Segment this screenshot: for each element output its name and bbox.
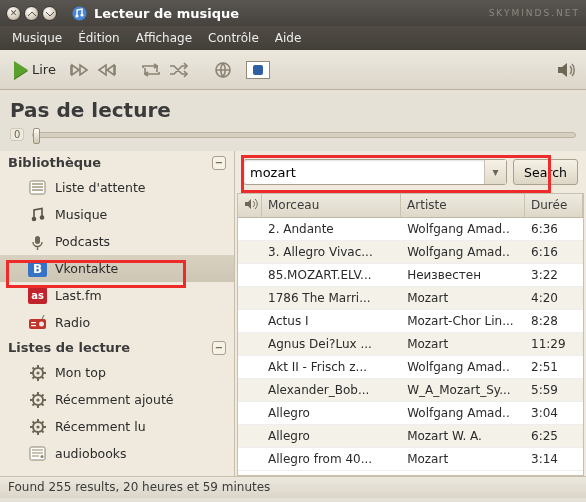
window-controls: ✕ [6,6,57,21]
cell-artist: Wolfgang Amad.. [401,241,525,263]
close-icon[interactable]: ✕ [6,6,21,21]
col-duration[interactable]: Durée [525,194,583,217]
nowplaying-title: Pas de lecture [10,98,576,122]
cell-playing [238,379,262,401]
sidebar-playlist-recent-added[interactable]: Récemment ajouté [0,386,234,413]
cell-playing [238,333,262,355]
table-row[interactable]: 2. AndanteWolfgang Amad..6:36 [238,218,583,241]
window-title: Lecteur de musique [94,6,239,21]
sidebar-playlist-recent-played[interactable]: Récemment lu [0,413,234,440]
library-header-label: Bibliothèque [8,155,101,170]
table-row[interactable]: Akt II - Frisch z...Wolfgang Amad..2:51 [238,356,583,379]
table-header: Morceau Artiste Durée [238,194,583,218]
svg-point-8 [32,216,37,221]
cell-artist: Mozart [401,287,525,309]
cell-track: Allegro [262,425,401,447]
seek-row: 0 [0,124,586,151]
svg-rect-6 [32,186,43,188]
gear-icon [28,418,47,435]
lastfm-icon: as [28,287,47,304]
svg-point-2 [80,13,83,16]
sidebar-playlist-montop[interactable]: Mon top [0,359,234,386]
cell-artist: Wolfgang Amad.. [401,218,525,240]
search-field[interactable]: ▾ [243,159,507,185]
playlists-collapse-icon[interactable]: − [212,341,226,355]
sidebar-item-music[interactable]: Musique [0,201,234,228]
gear-icon [28,364,47,381]
playlists-header: Listes de lecture − [0,336,234,359]
sidebar-item-label: Musique [55,207,107,222]
cell-artist: Mozart [401,333,525,355]
visualizer-button[interactable] [240,58,276,82]
seek-time: 0 [10,128,24,141]
maximize-icon[interactable] [42,6,57,21]
queue-icon [28,179,47,196]
cell-artist: Wolfgang Amad.. [401,356,525,378]
cell-duration: 5:59 [525,379,583,401]
cell-track: Agnus Dei?Lux ... [262,333,401,355]
svg-point-22 [41,455,44,458]
menu-music[interactable]: Musique [6,28,68,48]
search-bar: ▾ Search [235,151,586,193]
table-row[interactable]: AllegroWolfgang Amad..3:04 [238,402,583,425]
cell-duration: 11:29 [525,333,583,355]
previous-button[interactable] [68,61,90,79]
sidebar-item-label: Vkontakte [55,261,118,276]
search-button[interactable]: Search [513,159,578,185]
seek-slider[interactable] [32,132,576,138]
next-button[interactable] [96,61,118,79]
cell-track: Akt II - Frisch z... [262,356,401,378]
menu-view[interactable]: Affichage [130,28,198,48]
sidebar-item-vkontakte[interactable]: B Vkontakte [0,255,234,282]
svg-point-12 [39,322,44,327]
music-icon [28,206,47,223]
svg-point-1 [75,14,78,17]
sidebar-item-radio[interactable]: Radio [0,309,234,336]
table-row[interactable]: Actus IMozart-Chor Lin...8:28 [238,310,583,333]
table-row[interactable]: 85.MOZART.ELV...Неизвестен3:22 [238,264,583,287]
repeat-button[interactable] [140,61,162,79]
cell-track: Actus I [262,310,401,332]
volume-button[interactable] [556,61,578,79]
combo-arrow-icon[interactable]: ▾ [484,160,506,184]
sidebar-playlist-audiobooks[interactable]: audiobooks [0,440,234,467]
cell-duration: 2:51 [525,356,583,378]
status-text: Found 255 results, 20 heures et 59 minut… [8,480,270,494]
shuffle-button[interactable] [168,61,190,79]
sidebar: Bibliothèque − Liste d'attente Musique P… [0,151,235,476]
table-row[interactable]: 3. Allegro Vivac...Wolfgang Amad..6:16 [238,241,583,264]
table-row[interactable]: Alexander_Bob...W_A_Mozart_Sy...5:59 [238,379,583,402]
menu-control[interactable]: Contrôle [202,28,265,48]
nowplaying-area: Pas de lecture [0,90,586,124]
menu-help[interactable]: Aide [269,28,308,48]
table-row[interactable]: Allegro from 40...Mozart3:14 [238,448,583,471]
playlist-icon [28,445,47,462]
col-playing[interactable] [238,194,262,217]
cell-artist: Mozart W. A. [401,425,525,447]
table-row[interactable]: AllegroMozart W. A.6:25 [238,425,583,448]
col-track[interactable]: Morceau [262,194,401,217]
svg-rect-10 [35,236,40,244]
play-button[interactable]: Lire [8,58,62,82]
table-row[interactable]: Agnus Dei?Lux ...Mozart11:29 [238,333,583,356]
sidebar-item-lastfm[interactable]: as Last.fm [0,282,234,309]
podcast-icon [28,233,47,250]
minimize-icon[interactable] [24,6,39,21]
col-artist[interactable]: Artiste [401,194,525,217]
sidebar-item-label: Récemment ajouté [55,392,174,407]
cell-playing [238,402,262,424]
cell-playing [238,218,262,240]
sidebar-item-label: Radio [55,315,90,330]
sidebar-item-podcasts[interactable]: Podcasts [0,228,234,255]
browser-button[interactable] [212,61,234,79]
svg-point-16 [36,371,39,374]
sidebar-item-label: Mon top [55,365,106,380]
sidebar-item-queue[interactable]: Liste d'attente [0,174,234,201]
search-input[interactable] [244,165,484,180]
menu-edit[interactable]: Édition [72,28,126,48]
cell-duration: 3:22 [525,264,583,286]
library-header: Bibliothèque − [0,151,234,174]
cell-track: 2. Andante [262,218,401,240]
library-collapse-icon[interactable]: − [212,156,226,170]
table-row[interactable]: 1786 The Marri...Mozart4:20 [238,287,583,310]
